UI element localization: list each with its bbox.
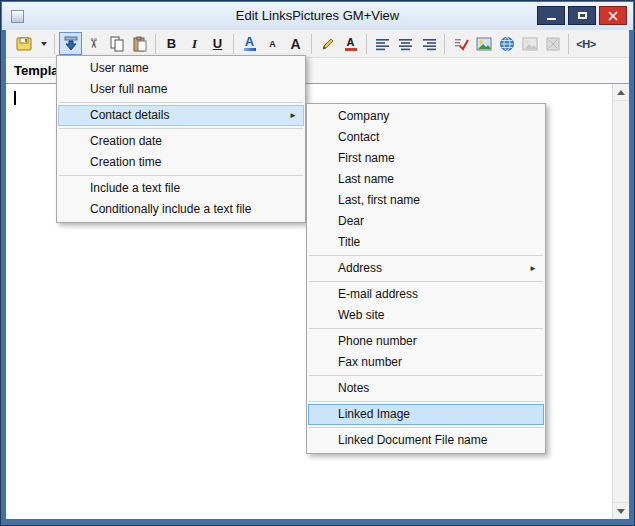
editor-toolbar: ✂ B I U A xyxy=(6,30,629,58)
menu-item-user-name[interactable]: User name xyxy=(58,58,304,79)
save-dropdown-button[interactable] xyxy=(37,32,50,55)
image-map-button[interactable] xyxy=(541,32,564,55)
toolbar-separator xyxy=(568,34,569,54)
menu-item-last-name[interactable]: Last name xyxy=(308,169,544,190)
insert-field-button[interactable] xyxy=(59,32,82,55)
menu-separator xyxy=(309,255,543,256)
paste-button[interactable] xyxy=(128,32,151,55)
menu-item-label: Contact details xyxy=(90,108,169,122)
insert-field-icon xyxy=(63,36,79,52)
menu-item-creation-time[interactable]: Creation time xyxy=(58,152,304,173)
menu-item-dear[interactable]: Dear xyxy=(308,211,544,232)
close-button[interactable] xyxy=(599,6,627,25)
toolbar-separator xyxy=(311,34,312,54)
font-color-button[interactable]: A xyxy=(339,32,362,55)
save-icon xyxy=(16,36,32,52)
underline-button[interactable]: U xyxy=(206,32,229,55)
insert-field-menu: User name User full name Contact details… xyxy=(56,55,306,223)
copy-button[interactable] xyxy=(105,32,128,55)
menu-separator xyxy=(309,328,543,329)
menu-separator xyxy=(59,128,303,129)
grow-font-button[interactable]: A xyxy=(284,32,307,55)
menu-item-include-text-file[interactable]: Include a text file xyxy=(58,178,304,199)
menu-separator xyxy=(59,102,303,103)
minimize-button[interactable] xyxy=(537,6,565,25)
menu-separator xyxy=(309,401,543,402)
align-center-icon xyxy=(398,36,414,52)
toolbar-separator xyxy=(444,34,445,54)
scroll-up-icon xyxy=(617,90,625,95)
menu-item-user-full-name[interactable]: User full name xyxy=(58,79,304,100)
window-controls xyxy=(537,6,627,25)
menu-item-notes[interactable]: Notes xyxy=(308,378,544,399)
menu-item-conditionally-include-text-file[interactable]: Conditionally include a text file xyxy=(58,199,304,220)
font-button[interactable]: A xyxy=(238,32,261,55)
menu-separator xyxy=(309,281,543,282)
menu-item-email-address[interactable]: E-mail address xyxy=(308,284,544,305)
align-center-button[interactable] xyxy=(394,32,417,55)
menu-item-first-name[interactable]: First name xyxy=(308,148,544,169)
font-color-icon: A xyxy=(345,37,357,51)
image-map-icon xyxy=(545,36,561,52)
picture-frame-icon xyxy=(522,36,538,52)
menu-separator xyxy=(309,427,543,428)
close-icon xyxy=(608,11,618,21)
highlight-button[interactable] xyxy=(316,32,339,55)
menu-item-contact-details[interactable]: Contact details ► xyxy=(58,105,304,126)
globe-icon xyxy=(499,36,515,52)
menu-item-last-first-name[interactable]: Last, first name xyxy=(308,190,544,211)
bold-icon: B xyxy=(167,36,176,51)
menu-item-company[interactable]: Company xyxy=(308,106,544,127)
toolbar-separator xyxy=(366,34,367,54)
menu-item-linked-image[interactable]: Linked Image xyxy=(308,404,544,425)
align-right-button[interactable] xyxy=(417,32,440,55)
grow-font-icon: A xyxy=(290,36,300,52)
italic-button[interactable]: I xyxy=(183,32,206,55)
html-source-button[interactable]: <H> xyxy=(573,32,599,55)
copy-icon xyxy=(109,36,125,52)
align-left-icon xyxy=(375,36,391,52)
submenu-arrow-icon: ► xyxy=(529,258,537,279)
html-source-icon: <H> xyxy=(576,38,595,50)
underline-icon: U xyxy=(213,36,222,51)
cut-button[interactable]: ✂ xyxy=(82,32,105,55)
menu-item-address[interactable]: Address ► xyxy=(308,258,544,279)
insert-hyperlink-button[interactable] xyxy=(495,32,518,55)
spell-check-icon xyxy=(453,36,469,52)
menu-item-web-site[interactable]: Web site xyxy=(308,305,544,326)
shrink-font-button[interactable]: A xyxy=(261,32,284,55)
scroll-down-button[interactable] xyxy=(613,502,629,519)
insert-picture-button[interactable] xyxy=(472,32,495,55)
vertical-scrollbar[interactable] xyxy=(612,84,629,519)
spell-check-button[interactable] xyxy=(449,32,472,55)
dialog-window: Edit LinksPictures GM+View xyxy=(0,0,635,526)
italic-icon: I xyxy=(192,36,197,52)
menu-item-title[interactable]: Title xyxy=(308,232,544,253)
insert-picture-file-button[interactable] xyxy=(518,32,541,55)
text-caret xyxy=(14,91,16,105)
menu-item-contact[interactable]: Contact xyxy=(308,127,544,148)
menu-item-label: Address xyxy=(338,261,382,275)
minimize-icon xyxy=(547,18,556,20)
scroll-up-button[interactable] xyxy=(613,84,629,101)
menu-separator xyxy=(309,375,543,376)
menu-item-phone-number[interactable]: Phone number xyxy=(308,331,544,352)
toolbar-separator xyxy=(54,34,55,54)
title-bar[interactable]: Edit LinksPictures GM+View xyxy=(2,2,633,30)
maximize-button[interactable] xyxy=(568,6,596,25)
maximize-icon xyxy=(578,12,587,19)
save-button[interactable] xyxy=(11,32,37,55)
paste-icon xyxy=(132,36,148,52)
picture-icon xyxy=(476,36,492,52)
align-left-button[interactable] xyxy=(371,32,394,55)
toolbar-separator xyxy=(155,34,156,54)
font-icon: A xyxy=(244,37,256,51)
menu-item-creation-date[interactable]: Creation date xyxy=(58,131,304,152)
bold-button[interactable]: B xyxy=(160,32,183,55)
toolbar-separator xyxy=(233,34,234,54)
menu-item-linked-document-file-name[interactable]: Linked Document File name xyxy=(308,430,544,451)
submenu-arrow-icon: ► xyxy=(289,105,297,126)
scroll-down-icon xyxy=(617,509,625,514)
menu-item-fax-number[interactable]: Fax number xyxy=(308,352,544,373)
menu-separator xyxy=(59,175,303,176)
